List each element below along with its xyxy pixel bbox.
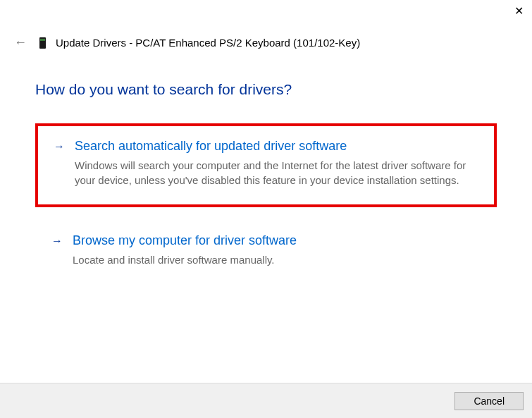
page-heading: How do you want to search for drivers? xyxy=(35,81,497,98)
close-icon[interactable]: ✕ xyxy=(514,6,524,17)
option-title: Search automatically for updated driver … xyxy=(75,139,347,154)
option-header: → Search automatically for updated drive… xyxy=(54,139,478,154)
arrow-right-icon: → xyxy=(54,141,65,152)
option-title: Browse my computer for driver software xyxy=(73,233,297,248)
cancel-button[interactable]: Cancel xyxy=(454,392,524,410)
device-icon xyxy=(39,37,46,49)
option-description: Windows will search your computer and th… xyxy=(75,158,478,188)
arrow-right-icon: → xyxy=(51,235,63,247)
dialog-footer: Cancel xyxy=(0,383,532,418)
back-arrow-icon[interactable]: ← xyxy=(14,35,27,50)
option-header: → Browse my computer for driver software xyxy=(51,233,481,248)
dialog-title: Update Drivers - PC/AT Enhanced PS/2 Key… xyxy=(56,37,360,49)
dialog-content: How do you want to search for drivers? →… xyxy=(0,50,532,285)
option-search-auto[interactable]: → Search automatically for updated drive… xyxy=(35,123,497,207)
option-browse-computer[interactable]: → Browse my computer for driver software… xyxy=(35,220,497,285)
option-description: Locate and install driver software manua… xyxy=(73,252,481,267)
dialog-header: ← Update Drivers - PC/AT Enhanced PS/2 K… xyxy=(0,0,532,50)
